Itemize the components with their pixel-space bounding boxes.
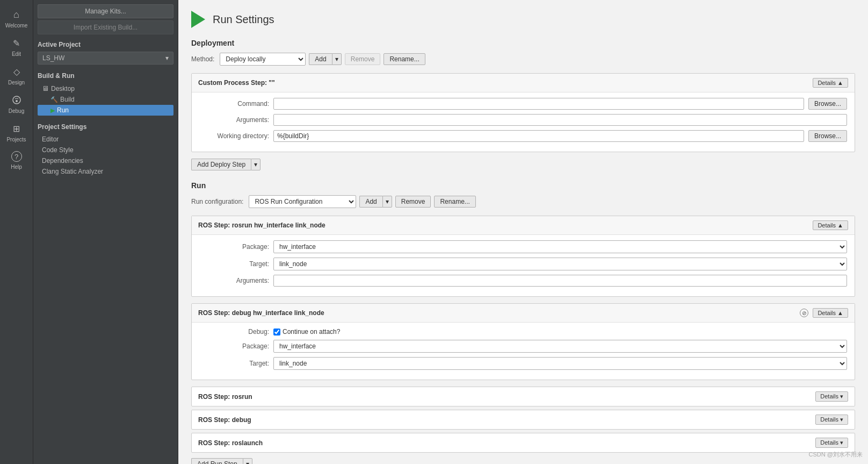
- continue-on-attach-row: Continue on attach?: [273, 328, 340, 335]
- desktop-label: Desktop: [51, 85, 75, 92]
- ros-step1-details-button[interactable]: Details ▲: [813, 220, 848, 230]
- manage-kits-button[interactable]: Manage Kits...: [38, 4, 173, 18]
- rename-button[interactable]: Rename...: [384, 53, 425, 65]
- ros-step2-package-select[interactable]: hw_interface: [273, 340, 847, 353]
- custom-process-card: Custom Process Step: "" Details ▲ Comman…: [191, 73, 855, 152]
- active-project-title: Active Project: [38, 41, 173, 48]
- run-config-row: Run configuration: ROS Run Configuration…: [191, 195, 855, 208]
- run-add-button[interactable]: Add: [359, 196, 382, 208]
- settings-link-clang[interactable]: Clang Static Analyzer: [38, 166, 173, 177]
- ros-step2-details-button[interactable]: Details ▲: [813, 308, 848, 318]
- nav-panel: Manage Kits... Import Existing Build... …: [33, 0, 178, 464]
- add-split-button: Add ▾: [309, 53, 341, 65]
- run-remove-button[interactable]: Remove: [395, 196, 431, 208]
- sidebar-item-edit[interactable]: ✎ Edit: [0, 33, 33, 61]
- add-button[interactable]: Add: [309, 53, 331, 65]
- command-input[interactable]: [273, 98, 804, 110]
- add-deploy-step-button[interactable]: Add Deploy Step: [191, 159, 251, 170]
- remove-button[interactable]: Remove: [345, 53, 381, 65]
- ros-step1-target-select[interactable]: link_node: [273, 258, 847, 270]
- ros-step5-details-button[interactable]: Details ▾: [815, 438, 848, 448]
- settings-link-editor[interactable]: Editor: [38, 134, 173, 145]
- tree-item-build[interactable]: 🔨 Build: [38, 94, 173, 105]
- tree-item-desktop[interactable]: 🖥 Desktop: [38, 83, 173, 94]
- ros-step1-arguments-row: Arguments:: [199, 275, 847, 287]
- ros-step1-body: Package: hw_interface Target: link_node …: [192, 235, 855, 296]
- working-dir-row: Working directory: Browse...: [199, 130, 847, 142]
- continue-on-attach-checkbox[interactable]: [273, 329, 280, 335]
- ros-step1-package-select[interactable]: hw_interface: [273, 240, 847, 253]
- ros-step2-header: ROS Step: debug hw_interface link_node ⊘…: [192, 304, 855, 323]
- sidebar-design-label: Design: [8, 80, 25, 85]
- play-icon: [191, 11, 205, 28]
- method-label: Method:: [191, 55, 214, 63]
- edit-icon: ✎: [11, 37, 23, 49]
- import-build-button[interactable]: Import Existing Build...: [38, 20, 173, 34]
- sidebar-debug-label: Debug: [9, 108, 24, 114]
- ros-step2-title: ROS Step: debug hw_interface link_node: [198, 309, 324, 317]
- home-icon: ⌂: [11, 9, 23, 20]
- deploy-method-select[interactable]: Deploy locally: [220, 53, 306, 66]
- add-run-step-arrow[interactable]: ▾: [243, 458, 252, 464]
- sidebar-projects-label: Projects: [6, 137, 26, 142]
- add-deploy-step-arrow[interactable]: ▾: [251, 159, 261, 170]
- ros-step3-card: ROS Step: rosrun Details ▾: [191, 387, 855, 406]
- settings-link-codestyle[interactable]: Code Style: [38, 145, 173, 155]
- ros-step1-header: ROS Step: rosrun hw_interface link_node …: [192, 216, 855, 235]
- monitor-icon: 🖥: [42, 84, 49, 92]
- ros-step5-title: ROS Step: roslaunch: [198, 439, 263, 447]
- settings-link-dependencies[interactable]: Dependencies: [38, 155, 173, 166]
- run-add-arrow[interactable]: ▾: [382, 196, 392, 208]
- add-run-step-split: Add Run Step ▾: [191, 458, 252, 464]
- hammer-icon: 🔨: [50, 96, 58, 103]
- ros-step2-debug-row: Debug: Continue on attach?: [199, 328, 847, 335]
- ros-step2-target-select[interactable]: link_node: [273, 357, 847, 370]
- working-directory-input[interactable]: [273, 130, 804, 142]
- custom-process-header: Custom Process Step: "" Details ▲: [192, 74, 855, 92]
- ros-step4-details-button[interactable]: Details ▾: [815, 415, 848, 425]
- main-content: Run Settings Deployment Method: Deploy l…: [178, 0, 868, 464]
- active-project-value: LS_HW: [42, 54, 64, 62]
- project-settings-title: Project Settings: [38, 123, 173, 131]
- add-deploy-step-split: Add Deploy Step ▾: [191, 159, 261, 170]
- tree-item-run[interactable]: ▶ Run: [38, 105, 173, 116]
- ros-step1-card: ROS Step: rosrun hw_interface link_node …: [191, 216, 855, 297]
- sidebar-item-welcome[interactable]: ⌂ Welcome: [0, 4, 33, 33]
- ros-step2-package-row: Package: hw_interface: [199, 340, 847, 353]
- active-project-dropdown[interactable]: LS_HW ▾: [38, 52, 173, 65]
- run-config-label: Run configuration:: [191, 198, 243, 205]
- ros-step3-details-button[interactable]: Details ▾: [815, 391, 848, 402]
- continue-on-attach-label: Continue on attach?: [283, 328, 340, 335]
- sidebar-help-label: Help: [11, 164, 22, 170]
- run-config-select[interactable]: ROS Run Configuration: [249, 195, 356, 208]
- working-dir-browse-button[interactable]: Browse...: [808, 130, 847, 142]
- ros-step2-target-label: Target:: [199, 360, 269, 367]
- sidebar-item-help[interactable]: ? Help: [0, 147, 33, 174]
- run-label: Run: [57, 106, 69, 114]
- step-cancel-icon[interactable]: ⊘: [800, 309, 808, 317]
- add-dropdown-arrow[interactable]: ▾: [332, 53, 342, 65]
- ros-step5-card: ROS Step: roslaunch Details ▾: [191, 433, 855, 453]
- sidebar-item-design[interactable]: ◇ Design: [0, 61, 33, 90]
- command-browse-button[interactable]: Browse...: [808, 98, 847, 110]
- ros-step1-package-label: Package:: [199, 243, 269, 251]
- design-icon: ◇: [11, 66, 23, 77]
- custom-process-details-button[interactable]: Details ▲: [813, 78, 848, 88]
- build-label: Build: [60, 96, 75, 103]
- ros-step2-card: ROS Step: debug hw_interface link_node ⊘…: [191, 303, 855, 380]
- run-icon: ▶: [50, 107, 55, 114]
- arguments-input[interactable]: [273, 114, 847, 126]
- sidebar-edit-label: Edit: [12, 51, 21, 57]
- run-rename-button[interactable]: Rename...: [434, 196, 475, 208]
- ros-step1-target-label: Target:: [199, 260, 269, 268]
- ros-step4-card: ROS Step: debug Details ▾: [191, 410, 855, 430]
- working-directory-label: Working directory:: [199, 132, 269, 140]
- sidebar-item-projects[interactable]: ⊞ Projects: [0, 118, 33, 147]
- projects-icon: ⊞: [11, 123, 23, 134]
- command-row: Command: Browse...: [199, 98, 847, 110]
- svg-point-1: [16, 100, 18, 102]
- ros-step1-arguments-input[interactable]: [273, 275, 847, 287]
- arguments-row: Arguments:: [199, 114, 847, 126]
- sidebar-item-debug[interactable]: Debug: [0, 90, 33, 118]
- add-run-step-button[interactable]: Add Run Step: [191, 458, 243, 464]
